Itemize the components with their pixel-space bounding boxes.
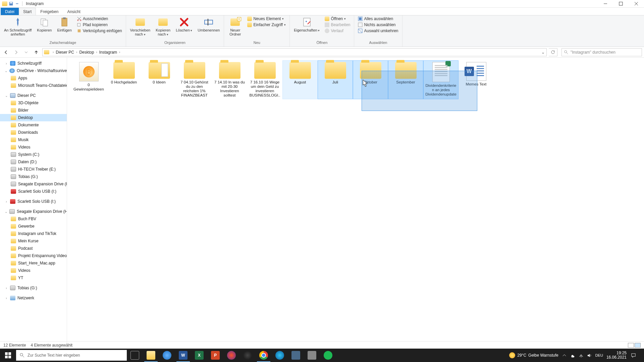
tree-node[interactable]: ⌄Seagate Expansion Drive (H:) [0, 208, 67, 215]
taskbar-app-generic2[interactable] [304, 349, 320, 362]
tree-node[interactable]: Start_Here_Mac.app [0, 259, 67, 267]
address-chevron-icon[interactable]: › [95, 50, 98, 54]
file-item[interactable]: 7 04.10 Gehörst du zu den reichsten 1% F… [177, 60, 212, 99]
file-item[interactable]: September [388, 60, 423, 99]
taskbar-app-generic1[interactable] [288, 349, 304, 362]
delete-button[interactable]: Löschen [174, 16, 194, 33]
tab-file[interactable]: Datei [1, 8, 19, 15]
taskbar-app-brave[interactable] [223, 349, 239, 362]
nav-forward-button[interactable] [12, 48, 20, 56]
tree-node[interactable]: Dokumente [0, 121, 67, 129]
select-none-button[interactable]: Nichts auswählen [357, 22, 399, 27]
nav-back-button[interactable] [2, 48, 10, 56]
tree-node[interactable]: Seagate Expansion Drive (H:) [0, 180, 67, 188]
taskbar-app-explorer[interactable] [143, 349, 159, 362]
tree-node[interactable]: Scarlett Solo USB (I:) [0, 188, 67, 195]
file-item[interactable]: Oktober [353, 60, 388, 99]
address-chevron-icon[interactable]: › [118, 50, 121, 54]
tree-node[interactable]: ›Netzwerk [0, 294, 67, 302]
tree-node[interactable]: Tobias (G:) [0, 173, 67, 180]
taskbar-app-ie[interactable] [159, 349, 175, 362]
tree-expander-icon[interactable]: ⌄ [5, 94, 8, 98]
taskbar-search[interactable]: Zur Suche Text hier eingeben [16, 350, 127, 361]
nav-tree[interactable]: ›Schnellzugriff⌄OneDrive - Wirtschaftsun… [0, 58, 67, 344]
tree-node[interactable]: Desktop [0, 114, 67, 121]
file-item[interactable]: 7 14.10 In was du mit 20-30 Investieren … [212, 60, 247, 99]
tree-node[interactable]: Daten (D:) [0, 158, 67, 166]
copy-button[interactable]: Kopieren [36, 16, 53, 33]
tree-expander-icon[interactable]: › [5, 62, 8, 65]
breadcrumb-segment[interactable]: Instagram [99, 50, 118, 55]
file-item[interactable]: Memes Text [459, 60, 494, 99]
easy-access-button[interactable]: Einfacher Zugriff [246, 22, 287, 27]
tree-node[interactable]: Downloads [0, 129, 67, 136]
content-pane[interactable]: 0 Gewinnspielideen0 Hochgeladen0 Ideen7 … [67, 58, 644, 344]
tree-node[interactable]: HI-TECH Treiber (E:) [0, 166, 67, 173]
search-box[interactable]: "Instagram" durchsuchen [561, 48, 642, 56]
address-bar[interactable]: › Dieser PC › Desktop › Instagram › ⌄ [42, 48, 547, 56]
new-item-button[interactable]: Neues Element [246, 16, 287, 21]
breadcrumb-segment[interactable]: Desktop [78, 50, 95, 55]
view-icons-button[interactable] [635, 343, 641, 348]
tree-node[interactable]: Musik [0, 136, 67, 143]
taskbar-app-edge[interactable] [272, 349, 288, 362]
tree-node[interactable]: Mein Kurse [0, 237, 67, 245]
tree-node[interactable]: Projekt Entspannung Videos [0, 252, 67, 259]
open-button[interactable]: Öffnen [324, 16, 351, 21]
tree-node[interactable]: ⌄OneDrive - Wirtschaftsuniversität [0, 67, 67, 74]
task-view-button[interactable] [127, 349, 143, 362]
tree-node[interactable]: ›Tobias (G:) [0, 284, 67, 292]
tree-node[interactable]: ›Scarlett Solo USB (I:) [0, 198, 67, 205]
action-center-button[interactable] [630, 352, 637, 359]
taskbar-app-obs[interactable] [239, 349, 256, 362]
taskbar-app-excel[interactable]: X [191, 349, 207, 362]
file-item[interactable]: August [282, 60, 318, 99]
copy-to-button[interactable]: Kopieren nach [154, 16, 172, 37]
address-chevron-icon[interactable]: › [75, 50, 78, 54]
tree-node[interactable]: Podcast [0, 245, 67, 252]
tree-expander-icon[interactable]: › [5, 296, 8, 300]
select-all-button[interactable]: Alles auswählen [357, 16, 399, 21]
address-dropdown[interactable]: ⌄ [540, 50, 546, 55]
tree-node[interactable]: 3D-Objekte [0, 99, 67, 107]
paste-shortcut-button[interactable]: Verknüpfung einfügen [76, 28, 123, 34]
qat-undo-icon[interactable] [15, 1, 19, 6]
tree-node[interactable]: Apps [0, 74, 67, 82]
nav-recent-dropdown[interactable] [22, 48, 30, 56]
onedrive-tray-icon[interactable] [570, 353, 575, 358]
pin-to-quickaccess-button[interactable]: An Schnellzugriff anheften [3, 16, 33, 37]
tab-start[interactable]: Start [19, 8, 36, 15]
tree-node[interactable]: Videos [0, 267, 67, 274]
tab-share[interactable]: Freigeben [36, 8, 63, 15]
weather-widget[interactable]: 29°C Gelbe Warnstufe [509, 352, 558, 358]
tree-node[interactable]: ⌄Dieser PC [0, 92, 67, 99]
tree-expander-icon[interactable]: › [5, 200, 8, 203]
tree-node[interactable]: Instagram und TikTok [0, 230, 67, 237]
file-item[interactable]: 0 Hochgeladen [106, 60, 142, 99]
taskbar-app-spotify[interactable] [320, 349, 336, 362]
tree-expander-icon[interactable]: ⌄ [5, 69, 7, 73]
tree-expander-icon[interactable]: › [5, 286, 8, 290]
tree-node[interactable]: Buch FBV [0, 215, 67, 223]
minimize-button[interactable] [598, 0, 613, 8]
network-tray-icon[interactable] [579, 353, 584, 358]
tree-node[interactable]: YT [0, 274, 67, 282]
tree-node[interactable]: Bilder [0, 107, 67, 114]
tree-node[interactable]: ›Schnellzugriff [0, 60, 67, 67]
file-item[interactable]: 0 Ideen [142, 60, 177, 99]
file-item[interactable]: 7 16.10 16 Wege um dein Geld zu investie… [247, 60, 282, 99]
start-button[interactable] [0, 349, 16, 362]
cut-button[interactable]: Ausschneiden [76, 16, 123, 21]
file-item[interactable]: Juli [318, 60, 353, 99]
refresh-button[interactable] [549, 48, 557, 56]
close-button[interactable] [629, 0, 644, 8]
tree-node[interactable]: System (C:) [0, 151, 67, 158]
nav-up-button[interactable] [32, 48, 40, 56]
properties-button[interactable]: Eigenschaften [292, 16, 321, 33]
paste-button[interactable]: Einfügen [56, 16, 73, 33]
taskbar-app-word[interactable]: W [175, 349, 191, 362]
tree-node[interactable]: Gewerbe [0, 223, 67, 230]
move-to-button[interactable]: Verschieben nach [129, 16, 152, 37]
address-chevron-icon[interactable]: › [51, 50, 55, 54]
copy-path-button[interactable]: Pfad kopieren [76, 22, 123, 27]
